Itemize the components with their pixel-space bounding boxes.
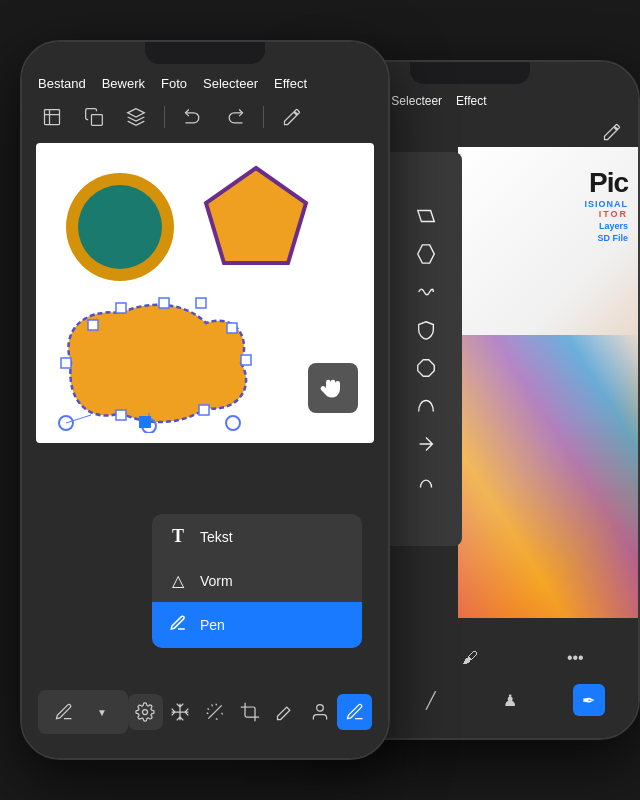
shape-arrow-right[interactable] — [410, 428, 442, 460]
redo-icon[interactable] — [221, 103, 249, 131]
front-toolbar-top — [22, 97, 388, 137]
settings-button[interactable] — [128, 694, 163, 730]
svg-rect-20 — [92, 115, 103, 126]
svg-marker-21 — [128, 109, 145, 117]
shape-blob-svg[interactable] — [41, 293, 261, 433]
back-more-icon[interactable]: ••• — [559, 642, 591, 674]
svg-point-40 — [316, 705, 323, 712]
back-canvas-image: Pic ISIONAL ITOR Layers SD File — [458, 147, 638, 618]
menu-effect[interactable]: Effect — [274, 76, 307, 91]
menu-bewerk[interactable]: Bewerk — [102, 76, 145, 91]
svg-rect-28 — [116, 410, 126, 420]
shape-shield[interactable] — [410, 314, 442, 346]
shape-parallelogram[interactable] — [410, 200, 442, 232]
menu-selecteer[interactable]: Selecteer — [203, 76, 258, 91]
svg-rect-26 — [241, 355, 251, 365]
menu-foto[interactable]: Foto — [161, 76, 187, 91]
magic-wand-btn[interactable] — [198, 694, 233, 730]
copy-icon[interactable] — [80, 103, 108, 131]
shape-circle-with-border[interactable] — [66, 173, 174, 281]
back-line-icon[interactable]: ╱ — [415, 684, 447, 716]
tekst-icon: T — [168, 526, 188, 547]
back-brush-icon[interactable]: 🖌 — [454, 642, 486, 674]
svg-rect-17 — [45, 110, 60, 125]
canvas-area — [36, 143, 374, 443]
back-person-icon[interactable]: ♟ — [494, 684, 526, 716]
front-phone-screen: Bestand Bewerk Foto Selecteer Effect — [22, 42, 388, 758]
move-tool-btn[interactable] — [163, 694, 198, 730]
back-feature-layers: Layers — [584, 221, 628, 231]
svg-point-38 — [143, 710, 148, 715]
layers-icon[interactable] — [122, 103, 150, 131]
shape-octagon[interactable] — [410, 352, 442, 384]
back-app-label: ITOR — [584, 209, 628, 219]
svg-marker-11 — [418, 360, 435, 377]
svg-rect-25 — [196, 298, 206, 308]
shape-wave[interactable] — [410, 276, 442, 308]
back-phone-notch — [410, 62, 530, 84]
svg-rect-31 — [227, 323, 237, 333]
bottom-toolbar: ▼ — [22, 684, 388, 740]
vorm-icon: △ — [168, 571, 188, 590]
svg-point-34 — [226, 416, 240, 430]
undo-icon[interactable] — [179, 103, 207, 131]
back-app-title: Pic — [584, 167, 628, 199]
shape-arc[interactable] — [410, 390, 442, 422]
menu-bestand[interactable]: Bestand — [38, 76, 86, 91]
shape-hexagon2[interactable] — [410, 238, 442, 270]
popup-item-tekst[interactable]: T Tekst — [152, 514, 362, 559]
front-phone-notch — [145, 42, 265, 64]
pen-active-btn[interactable] — [337, 694, 372, 730]
back-edit-icon[interactable] — [598, 118, 626, 146]
popup-item-vorm[interactable]: △ Vorm — [152, 559, 362, 602]
person-tool-btn[interactable] — [302, 694, 337, 730]
svg-marker-7 — [418, 245, 435, 263]
shape-pentagon-svg[interactable] — [201, 163, 311, 273]
divider2 — [263, 106, 264, 128]
popup-item-pen-label: Pen — [200, 617, 225, 633]
svg-rect-29 — [88, 320, 98, 330]
back-app-subtitle: ISIONAL — [584, 199, 628, 209]
edit-icon[interactable] — [278, 103, 306, 131]
svg-rect-37 — [139, 416, 151, 428]
back-pen-icon[interactable]: ✒ — [573, 684, 605, 716]
popup-menu: T Tekst △ Vorm Pen — [152, 514, 362, 648]
paint-tool-btn[interactable] — [267, 694, 302, 730]
phone-front: Bestand Bewerk Foto Selecteer Effect — [20, 40, 390, 760]
popup-item-pen[interactable]: Pen — [152, 602, 362, 648]
shape-circle-inner — [78, 185, 162, 269]
svg-rect-27 — [199, 405, 209, 415]
pen-dropdown-arrow[interactable]: ▼ — [84, 694, 120, 730]
crop-tool-btn[interactable] — [233, 694, 268, 730]
shape-arc3[interactable] — [410, 466, 442, 498]
svg-marker-4 — [418, 211, 435, 222]
svg-rect-30 — [159, 298, 169, 308]
crop-icon[interactable] — [38, 103, 66, 131]
svg-marker-22 — [206, 168, 306, 263]
back-canvas: Pic ISIONAL ITOR Layers SD File — [458, 147, 638, 618]
svg-line-39 — [208, 705, 221, 718]
hand-tool-button[interactable] — [308, 363, 358, 413]
scene: werk Foto Selecteer Effect — [0, 0, 640, 800]
back-feature-sd: SD File — [584, 233, 628, 243]
shape-empty3 — [410, 504, 442, 536]
back-menu-selecteer[interactable]: Selecteer — [391, 94, 442, 108]
back-app-text: Pic ISIONAL ITOR Layers SD File — [584, 167, 628, 243]
front-menu-bar: Bestand Bewerk Foto Selecteer Effect — [22, 66, 388, 97]
back-menu-effect[interactable]: Effect — [456, 94, 486, 108]
svg-rect-23 — [61, 358, 71, 368]
shape-empty — [410, 162, 442, 194]
divider1 — [164, 106, 165, 128]
pen-tool-group[interactable]: ▼ — [38, 690, 128, 734]
pen-tool-btn[interactable] — [46, 694, 82, 730]
pen-icon-popup — [168, 614, 188, 636]
svg-rect-24 — [116, 303, 126, 313]
popup-item-tekst-label: Tekst — [200, 529, 233, 545]
popup-item-vorm-label: Vorm — [200, 573, 233, 589]
